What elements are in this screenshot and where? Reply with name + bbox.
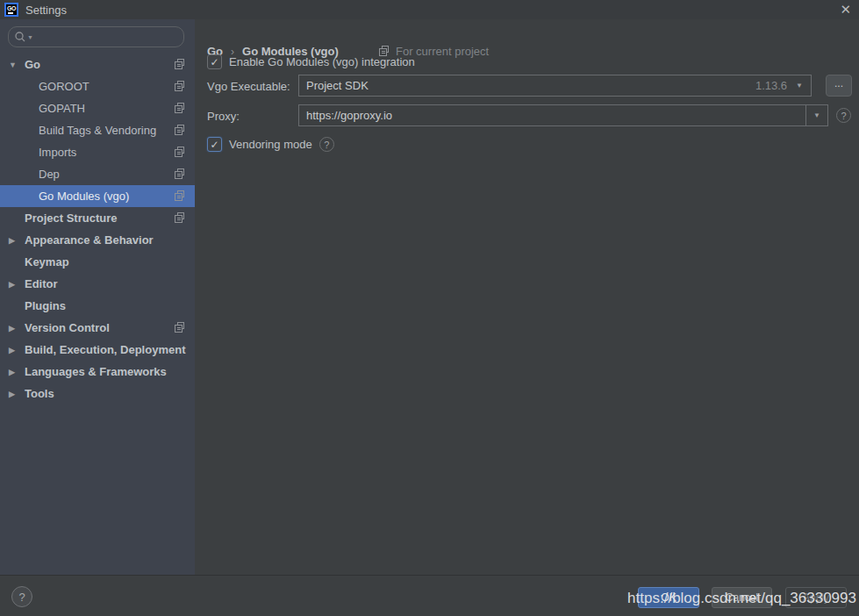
sidebar-item-tools[interactable]: ▶ Tools [0, 383, 195, 405]
sidebar-item-label: GOROOT [39, 80, 89, 93]
enable-go-modules-row: ✓ Enable Go Modules (vgo) integration [207, 54, 415, 69]
settings-search-input[interactable] [33, 30, 178, 44]
settings-content-pane: Go › Go Modules (vgo) For current projec… [195, 19, 859, 575]
sidebar-item-label: Languages & Frameworks [25, 365, 167, 378]
vendoring-mode-label: Vendoring mode [229, 138, 312, 151]
sidebar-item-build-tags-vendoring[interactable]: Build Tags & Vendoring [0, 119, 195, 141]
sidebar-item-label: Go [25, 58, 40, 71]
per-project-icon [175, 168, 186, 180]
close-icon[interactable]: ✕ [840, 1, 851, 18]
sidebar-item-label: Keymap [25, 255, 69, 269]
sidebar-item-label: Editor [25, 277, 58, 290]
vgo-version: 1.13.6 [755, 79, 787, 92]
proxy-combobox[interactable]: https://goproxy.io ▼ [298, 104, 828, 126]
search-box[interactable]: ▼ [8, 26, 184, 47]
settings-tree: ▼ Go GOROOT GOPATH Build Tags & Vendorin… [0, 54, 195, 405]
sidebar-item-dep[interactable]: Dep [0, 163, 195, 185]
sidebar-item-keymap[interactable]: Keymap [0, 251, 195, 273]
go-logo-icon: GO [4, 3, 18, 17]
sidebar-item-label: Project Structure [25, 211, 117, 225]
apply-button: Apply [785, 587, 847, 608]
chevron-right-icon[interactable]: ▶ [9, 390, 25, 398]
vgo-executable-value: Project SDK [299, 79, 755, 92]
cancel-button[interactable]: Cancel [712, 587, 772, 608]
sidebar-item-label: Appearance & Behavior [25, 233, 154, 247]
vendoring-mode-checkbox[interactable]: ✓ [207, 137, 222, 152]
sidebar-item-label: Imports [39, 146, 76, 159]
sidebar-item-label: Go Modules (vgo) [39, 190, 129, 203]
sidebar-item-plugins[interactable]: Plugins [0, 295, 195, 317]
chevron-right-icon[interactable]: ▶ [9, 368, 25, 376]
per-project-icon [175, 125, 186, 136]
sidebar-item-editor[interactable]: ▶ Editor [0, 273, 195, 295]
vgo-executable-label: Vgo Executable: [207, 80, 290, 93]
titlebar: GO Settings ✕ [0, 0, 859, 19]
browse-button[interactable]: ... [826, 75, 852, 97]
proxy-label: Proxy: [207, 110, 240, 123]
sidebar-item-imports[interactable]: Imports [0, 141, 195, 163]
per-project-icon [175, 103, 186, 114]
per-project-icon [175, 212, 186, 224]
enable-go-modules-checkbox[interactable]: ✓ [207, 54, 222, 69]
chevron-right-icon[interactable]: ▶ [9, 280, 25, 289]
per-project-icon [175, 59, 186, 70]
sidebar-item-version-control[interactable]: ▶ Version Control [0, 317, 195, 339]
per-project-icon [175, 190, 186, 202]
chevron-right-icon[interactable]: ▶ [9, 324, 25, 333]
sidebar-item-go-modules-vgo[interactable]: Go Modules (vgo) [0, 185, 195, 207]
chevron-down-icon[interactable]: ▼ [796, 82, 803, 90]
per-project-icon [175, 147, 186, 158]
sidebar-item-label: Tools [25, 387, 54, 400]
go-logo-text: GO [7, 5, 16, 11]
sidebar-item-go[interactable]: ▼ Go [0, 54, 195, 75]
sidebar-item-label: Version Control [25, 321, 110, 334]
vendoring-mode-row: ✓ Vendoring mode ? [207, 137, 334, 152]
search-icon[interactable]: ▼ [14, 31, 33, 43]
sidebar-item-languages-frameworks[interactable]: ▶ Languages & Frameworks [0, 361, 195, 383]
vendoring-help-icon[interactable]: ? [319, 137, 334, 152]
sidebar-item-appearance-behavior[interactable]: ▶ Appearance & Behavior [0, 229, 195, 251]
per-project-icon [175, 81, 186, 92]
ok-button[interactable]: OK [638, 587, 699, 608]
vgo-executable-combobox[interactable]: Project SDK 1.13.6 ▼ [298, 75, 812, 97]
sidebar-item-label: Build Tags & Vendoring [39, 124, 156, 137]
dialog-footer: ? OK Cancel Apply [0, 575, 859, 616]
proxy-help-icon[interactable]: ? [836, 108, 851, 123]
sidebar-item-goroot[interactable]: GOROOT [0, 75, 195, 97]
enable-go-modules-label: Enable Go Modules (vgo) integration [229, 55, 415, 68]
sidebar-item-label: Dep [39, 168, 60, 181]
chevron-right-icon[interactable]: ▶ [9, 346, 25, 355]
chevron-down-icon: ▼ [813, 111, 820, 119]
window-title: Settings [25, 4, 67, 17]
search-filter-arrow-icon[interactable]: ▼ [27, 34, 33, 40]
sidebar-item-gopath[interactable]: GOPATH [0, 97, 195, 119]
proxy-value: https://goproxy.io [299, 109, 805, 122]
sidebar-item-label: Plugins [25, 299, 66, 312]
settings-sidebar: ▼ ▼ Go GOROOT GOPATH Build Tags & [0, 19, 195, 575]
sidebar-item-build-execution-deployment[interactable]: ▶ Build, Execution, Deployment [0, 339, 195, 361]
go-logo-dash [8, 12, 13, 14]
sidebar-item-project-structure[interactable]: Project Structure [0, 207, 195, 229]
sidebar-item-label: Build, Execution, Deployment [25, 343, 185, 356]
settings-dialog: GO Settings ✕ ▼ ▼ Go GOROOT [0, 0, 859, 616]
chevron-down-icon[interactable]: ▼ [9, 61, 25, 69]
sidebar-item-label: GOPATH [39, 102, 85, 115]
per-project-icon [175, 322, 186, 333]
help-button[interactable]: ? [11, 586, 32, 607]
proxy-dropdown-button[interactable]: ▼ [805, 105, 827, 125]
chevron-right-icon[interactable]: ▶ [9, 236, 25, 245]
